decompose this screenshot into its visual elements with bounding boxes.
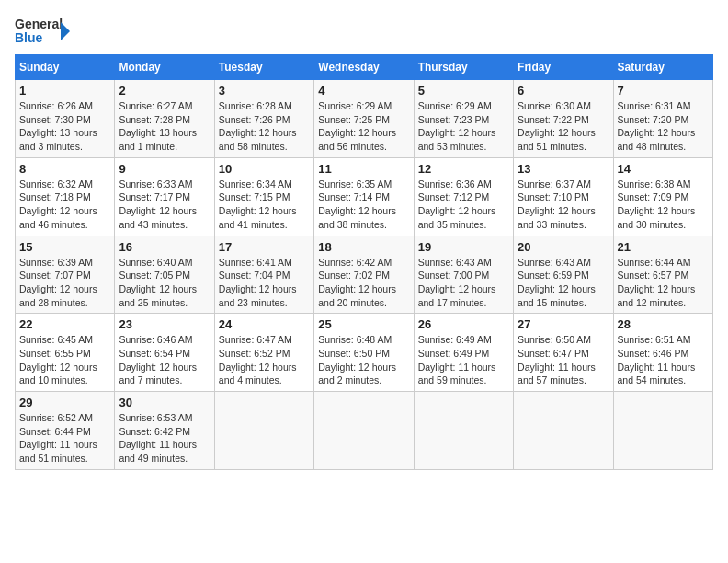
column-header-monday: Monday xyxy=(115,55,214,80)
column-header-saturday: Saturday xyxy=(613,55,712,80)
calendar-day: 5Sunrise: 6:29 AM Sunset: 7:23 PM Daylig… xyxy=(414,80,513,158)
calendar-week-1: 1Sunrise: 6:26 AM Sunset: 7:30 PM Daylig… xyxy=(16,80,713,158)
day-number: 7 xyxy=(618,84,709,98)
day-info: Sunrise: 6:53 AM Sunset: 6:42 PM Dayligh… xyxy=(119,411,210,465)
calendar-day: 27Sunrise: 6:50 AM Sunset: 6:47 PM Dayli… xyxy=(514,314,613,392)
calendar-day: 30Sunrise: 6:53 AM Sunset: 6:42 PM Dayli… xyxy=(115,392,214,470)
calendar-day: 8Sunrise: 6:32 AM Sunset: 7:18 PM Daylig… xyxy=(16,157,115,236)
calendar-day: 11Sunrise: 6:35 AM Sunset: 7:14 PM Dayli… xyxy=(314,157,414,236)
day-number: 1 xyxy=(19,84,110,98)
day-number: 17 xyxy=(219,240,310,254)
calendar-day: 3Sunrise: 6:28 AM Sunset: 7:26 PM Daylig… xyxy=(214,80,313,158)
calendar-day: 13Sunrise: 6:37 AM Sunset: 7:10 PM Dayli… xyxy=(514,157,613,236)
day-info: Sunrise: 6:51 AM Sunset: 6:46 PM Dayligh… xyxy=(618,333,709,387)
column-header-wednesday: Wednesday xyxy=(314,55,414,80)
day-info: Sunrise: 6:52 AM Sunset: 6:44 PM Dayligh… xyxy=(19,411,110,465)
day-number: 23 xyxy=(119,317,210,331)
calendar-day: 2Sunrise: 6:27 AM Sunset: 7:28 PM Daylig… xyxy=(115,80,214,158)
day-info: Sunrise: 6:40 AM Sunset: 7:05 PM Dayligh… xyxy=(119,256,210,310)
day-info: Sunrise: 6:46 AM Sunset: 6:54 PM Dayligh… xyxy=(119,333,210,387)
day-number: 6 xyxy=(518,84,609,98)
day-info: Sunrise: 6:26 AM Sunset: 7:30 PM Dayligh… xyxy=(19,99,110,154)
day-info: Sunrise: 6:32 AM Sunset: 7:18 PM Dayligh… xyxy=(19,178,110,232)
column-header-sunday: Sunday xyxy=(16,55,115,80)
day-number: 30 xyxy=(119,396,210,409)
day-number: 27 xyxy=(518,317,609,331)
day-info: Sunrise: 6:34 AM Sunset: 7:15 PM Dayligh… xyxy=(219,178,310,232)
svg-marker-2 xyxy=(61,22,70,40)
day-number: 4 xyxy=(318,84,409,98)
calendar-day: 24Sunrise: 6:47 AM Sunset: 6:52 PM Dayli… xyxy=(214,314,313,392)
day-info: Sunrise: 6:37 AM Sunset: 7:10 PM Dayligh… xyxy=(518,178,609,232)
calendar-day: 26Sunrise: 6:49 AM Sunset: 6:49 PM Dayli… xyxy=(414,314,513,392)
day-number: 29 xyxy=(19,396,110,409)
calendar-day: 14Sunrise: 6:38 AM Sunset: 7:09 PM Dayli… xyxy=(613,157,712,236)
day-number: 10 xyxy=(219,162,310,176)
day-info: Sunrise: 6:36 AM Sunset: 7:12 PM Dayligh… xyxy=(418,178,509,232)
page-header: GeneralBlue xyxy=(15,15,713,47)
day-info: Sunrise: 6:44 AM Sunset: 6:57 PM Dayligh… xyxy=(618,256,709,310)
calendar-day: 21Sunrise: 6:44 AM Sunset: 6:57 PM Dayli… xyxy=(613,236,712,314)
day-number: 13 xyxy=(518,162,609,176)
calendar-day: 18Sunrise: 6:42 AM Sunset: 7:02 PM Dayli… xyxy=(314,236,414,314)
day-info: Sunrise: 6:29 AM Sunset: 7:23 PM Dayligh… xyxy=(418,99,509,154)
svg-text:General: General xyxy=(15,17,63,31)
calendar-day: 15Sunrise: 6:39 AM Sunset: 7:07 PM Dayli… xyxy=(16,236,115,314)
day-number: 16 xyxy=(119,240,210,254)
day-info: Sunrise: 6:41 AM Sunset: 7:04 PM Dayligh… xyxy=(219,256,310,310)
svg-text:Blue: Blue xyxy=(15,30,43,45)
calendar-day: 10Sunrise: 6:34 AM Sunset: 7:15 PM Dayli… xyxy=(214,157,313,236)
day-info: Sunrise: 6:31 AM Sunset: 7:20 PM Dayligh… xyxy=(618,99,709,154)
calendar-day: 6Sunrise: 6:30 AM Sunset: 7:22 PM Daylig… xyxy=(514,80,613,158)
calendar-day xyxy=(514,392,613,470)
calendar-day xyxy=(314,392,414,470)
day-info: Sunrise: 6:33 AM Sunset: 7:17 PM Dayligh… xyxy=(119,178,210,232)
day-info: Sunrise: 6:43 AM Sunset: 6:59 PM Dayligh… xyxy=(518,256,609,310)
day-info: Sunrise: 6:48 AM Sunset: 6:50 PM Dayligh… xyxy=(318,333,409,387)
day-number: 5 xyxy=(418,84,509,98)
day-number: 11 xyxy=(318,162,409,176)
calendar-day: 7Sunrise: 6:31 AM Sunset: 7:20 PM Daylig… xyxy=(613,80,712,158)
day-info: Sunrise: 6:47 AM Sunset: 6:52 PM Dayligh… xyxy=(219,333,310,387)
column-header-thursday: Thursday xyxy=(414,55,513,80)
day-number: 3 xyxy=(219,84,310,98)
calendar-table: SundayMondayTuesdayWednesdayThursdayFrid… xyxy=(15,54,713,470)
calendar-day: 17Sunrise: 6:41 AM Sunset: 7:04 PM Dayli… xyxy=(214,236,313,314)
calendar-day: 19Sunrise: 6:43 AM Sunset: 7:00 PM Dayli… xyxy=(414,236,513,314)
calendar-day: 12Sunrise: 6:36 AM Sunset: 7:12 PM Dayli… xyxy=(414,157,513,236)
calendar-day: 16Sunrise: 6:40 AM Sunset: 7:05 PM Dayli… xyxy=(115,236,214,314)
day-info: Sunrise: 6:39 AM Sunset: 7:07 PM Dayligh… xyxy=(19,256,110,310)
day-number: 24 xyxy=(219,317,310,331)
column-header-tuesday: Tuesday xyxy=(214,55,313,80)
day-info: Sunrise: 6:38 AM Sunset: 7:09 PM Dayligh… xyxy=(618,178,709,232)
day-number: 14 xyxy=(618,162,709,176)
day-info: Sunrise: 6:49 AM Sunset: 6:49 PM Dayligh… xyxy=(418,333,509,387)
calendar-header-row: SundayMondayTuesdayWednesdayThursdayFrid… xyxy=(16,55,713,80)
calendar-day: 29Sunrise: 6:52 AM Sunset: 6:44 PM Dayli… xyxy=(16,392,115,470)
day-info: Sunrise: 6:30 AM Sunset: 7:22 PM Dayligh… xyxy=(518,99,609,154)
day-number: 9 xyxy=(119,162,210,176)
day-number: 28 xyxy=(618,317,709,331)
calendar-day xyxy=(613,392,712,470)
day-info: Sunrise: 6:35 AM Sunset: 7:14 PM Dayligh… xyxy=(318,178,409,232)
calendar-day: 4Sunrise: 6:29 AM Sunset: 7:25 PM Daylig… xyxy=(314,80,414,158)
calendar-day: 28Sunrise: 6:51 AM Sunset: 6:46 PM Dayli… xyxy=(613,314,712,392)
calendar-day: 25Sunrise: 6:48 AM Sunset: 6:50 PM Dayli… xyxy=(314,314,414,392)
day-number: 15 xyxy=(19,240,110,254)
calendar-day: 20Sunrise: 6:43 AM Sunset: 6:59 PM Dayli… xyxy=(514,236,613,314)
day-number: 25 xyxy=(318,317,409,331)
calendar-day xyxy=(214,392,313,470)
day-info: Sunrise: 6:29 AM Sunset: 7:25 PM Dayligh… xyxy=(318,99,409,154)
day-number: 2 xyxy=(119,84,210,98)
calendar-day xyxy=(414,392,513,470)
day-number: 22 xyxy=(19,317,110,331)
calendar-week-3: 15Sunrise: 6:39 AM Sunset: 7:07 PM Dayli… xyxy=(16,236,713,314)
calendar-day: 1Sunrise: 6:26 AM Sunset: 7:30 PM Daylig… xyxy=(16,80,115,158)
day-number: 12 xyxy=(418,162,509,176)
day-number: 20 xyxy=(518,240,609,254)
day-info: Sunrise: 6:43 AM Sunset: 7:00 PM Dayligh… xyxy=(418,256,509,310)
day-number: 8 xyxy=(19,162,110,176)
day-number: 21 xyxy=(618,240,709,254)
day-number: 19 xyxy=(418,240,509,254)
day-info: Sunrise: 6:28 AM Sunset: 7:26 PM Dayligh… xyxy=(219,99,310,154)
